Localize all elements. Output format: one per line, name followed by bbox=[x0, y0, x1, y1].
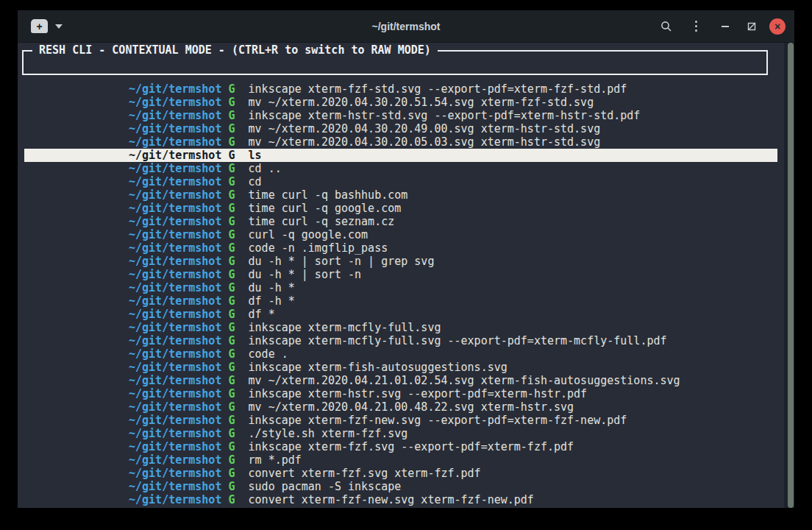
git-branch-indicator: G bbox=[221, 149, 235, 162]
cwd-path: ~/git/termshot bbox=[129, 215, 221, 228]
command-text: mv ~/xterm.2020.04.21.00.48.22.svg xterm… bbox=[235, 400, 574, 414]
resh-search-input[interactable] bbox=[25, 53, 765, 72]
cwd-path: ~/git/termshot bbox=[129, 453, 221, 467]
cwd-path: ~/git/termshot bbox=[129, 228, 221, 241]
cwd-path: ~/git/termshot bbox=[129, 427, 221, 440]
command-text: inkscape xterm-mcfly-full.svg bbox=[235, 321, 441, 334]
command-text: inkscape xterm-fzf.svg --export-pdf=xter… bbox=[235, 440, 574, 453]
history-row[interactable]: ~/git/termshot G mv ~/xterm.2020.04.30.2… bbox=[24, 122, 777, 135]
cwd-path: ~/git/termshot bbox=[129, 440, 221, 453]
git-branch-indicator: G bbox=[221, 467, 235, 480]
command-text: mv ~/xterm.2020.04.21.01.02.54.svg xterm… bbox=[235, 374, 680, 387]
git-branch-indicator: G bbox=[221, 109, 235, 122]
cwd-path: ~/git/termshot bbox=[129, 202, 221, 215]
cwd-path: ~/git/termshot bbox=[129, 493, 221, 506]
history-row[interactable]: ~/git/termshot G ./style.sh xterm-fzf.sv… bbox=[24, 427, 777, 440]
history-row[interactable]: ~/git/termshot G du -h * bbox=[24, 281, 777, 294]
history-row[interactable]: ~/git/termshot G du -h * | sort -n | gre… bbox=[24, 255, 777, 268]
history-row[interactable]: ~/git/termshot G code -n .imgflip_pass bbox=[24, 241, 777, 255]
scrollbar-thumb[interactable] bbox=[788, 43, 794, 508]
history-row[interactable]: ~/git/termshot G ls bbox=[24, 149, 777, 162]
git-branch-indicator: G bbox=[221, 281, 235, 294]
history-row[interactable]: ~/git/termshot G inkscape xterm-fzf-std.… bbox=[24, 82, 777, 96]
git-branch-indicator: G bbox=[221, 215, 235, 228]
cwd-path: ~/git/termshot bbox=[129, 281, 221, 294]
close-icon: × bbox=[774, 21, 780, 32]
command-text: time curl -q seznam.cz bbox=[235, 215, 395, 228]
command-text: ls bbox=[235, 149, 262, 162]
command-text: ./style.sh xterm-fzf.svg bbox=[235, 427, 408, 440]
git-branch-indicator: G bbox=[221, 241, 235, 255]
command-text: cd .. bbox=[235, 162, 282, 175]
command-text: inkscape xterm-fzf-std.svg --export-pdf=… bbox=[235, 82, 627, 96]
chevron-down-icon[interactable] bbox=[55, 24, 63, 29]
history-row[interactable]: ~/git/termshot G inkscape xterm-hstr-std… bbox=[24, 109, 777, 122]
git-branch-indicator: G bbox=[221, 347, 235, 361]
history-row[interactable]: ~/git/termshot G inkscape xterm-fish-aut… bbox=[24, 361, 777, 374]
scrollbar-track[interactable] bbox=[784, 43, 794, 508]
command-text: du -h * | sort -n | grep svg bbox=[235, 255, 435, 268]
git-branch-indicator: G bbox=[221, 427, 235, 440]
plus-icon: + bbox=[36, 21, 42, 32]
kebab-menu-icon bbox=[695, 21, 697, 32]
command-text: inkscape xterm-fish-autosuggestions.svg bbox=[235, 361, 508, 374]
command-text: code . bbox=[235, 347, 288, 361]
git-branch-indicator: G bbox=[221, 135, 235, 149]
command-text: du -h * | sort -n bbox=[235, 268, 362, 281]
history-row[interactable]: ~/git/termshot G convert xterm-fzf-new.s… bbox=[24, 493, 777, 506]
cwd-path: ~/git/termshot bbox=[129, 467, 221, 480]
titlebar: + ~/git/termshot bbox=[18, 10, 794, 43]
command-text: convert xterm-fzf-new.svg xterm-fzf-new.… bbox=[235, 493, 534, 506]
restore-window-icon bbox=[747, 22, 756, 31]
history-row[interactable]: ~/git/termshot G convert xterm-fzf.svg x… bbox=[24, 467, 777, 480]
cwd-path: ~/git/termshot bbox=[129, 480, 221, 493]
history-row[interactable]: ~/git/termshot G code . bbox=[24, 347, 777, 361]
history-row[interactable]: ~/git/termshot G inkscape xterm-hstr.svg… bbox=[24, 387, 777, 400]
git-branch-indicator: G bbox=[221, 493, 235, 506]
history-row[interactable]: ~/git/termshot G time curl -q bashhub.co… bbox=[24, 188, 777, 202]
history-row[interactable]: ~/git/termshot G inkscape xterm-mcfly-fu… bbox=[24, 334, 777, 347]
git-branch-indicator: G bbox=[221, 308, 235, 321]
history-row[interactable]: ~/git/termshot G rm *.pdf bbox=[24, 453, 777, 467]
cwd-path: ~/git/termshot bbox=[129, 374, 221, 387]
history-row[interactable]: ~/git/termshot G mv ~/xterm.2020.04.30.2… bbox=[24, 96, 777, 109]
command-text: time curl -q bashhub.com bbox=[235, 188, 408, 202]
history-row[interactable]: ~/git/termshot G time curl -q seznam.cz bbox=[24, 215, 777, 228]
history-row[interactable]: ~/git/termshot G mv ~/xterm.2020.04.21.0… bbox=[24, 374, 777, 387]
git-branch-indicator: G bbox=[221, 480, 235, 493]
command-text: rm *.pdf bbox=[235, 453, 302, 467]
cwd-path: ~/git/termshot bbox=[129, 400, 221, 414]
minimize-button[interactable] bbox=[716, 18, 734, 35]
history-row[interactable]: ~/git/termshot G cd .. bbox=[24, 162, 777, 175]
cwd-path: ~/git/termshot bbox=[129, 96, 221, 109]
history-row[interactable]: ~/git/termshot G inkscape xterm-fzf.svg … bbox=[24, 440, 777, 453]
git-branch-indicator: G bbox=[221, 175, 235, 188]
history-row[interactable]: ~/git/termshot G time curl -q google.com bbox=[24, 202, 777, 215]
close-button[interactable]: × bbox=[769, 18, 786, 35]
git-branch-indicator: G bbox=[221, 440, 235, 453]
history-row[interactable]: ~/git/termshot G inkscape xterm-mcfly-fu… bbox=[24, 321, 777, 334]
cwd-path: ~/git/termshot bbox=[129, 175, 221, 188]
git-branch-indicator: G bbox=[221, 122, 235, 135]
history-row[interactable]: ~/git/termshot G curl -q google.com bbox=[24, 228, 777, 241]
cwd-path: ~/git/termshot bbox=[129, 135, 221, 149]
search-button[interactable] bbox=[658, 18, 675, 35]
history-row[interactable]: ~/git/termshot G sudo pacman -S inkscape bbox=[24, 480, 777, 493]
history-row[interactable]: ~/git/termshot G inkscape xterm-fzf-new.… bbox=[24, 414, 777, 427]
command-text: inkscape xterm-mcfly-full.svg --export-p… bbox=[235, 334, 667, 347]
new-tab-button[interactable]: + bbox=[31, 19, 48, 33]
history-row[interactable]: ~/git/termshot G du -h * | sort -n bbox=[24, 268, 777, 281]
history-row[interactable]: ~/git/termshot G df * bbox=[24, 308, 777, 321]
restore-button[interactable] bbox=[743, 18, 761, 35]
cwd-path: ~/git/termshot bbox=[129, 122, 221, 135]
git-branch-indicator: G bbox=[221, 162, 235, 175]
history-row[interactable]: ~/git/termshot G df -h * bbox=[24, 294, 777, 308]
history-row[interactable]: ~/git/termshot G mv ~/xterm.2020.04.21.0… bbox=[24, 400, 777, 414]
history-row[interactable]: ~/git/termshot G mv ~/xterm.2020.04.30.2… bbox=[24, 135, 777, 149]
command-text: code -n .imgflip_pass bbox=[235, 241, 388, 255]
cwd-path: ~/git/termshot bbox=[129, 162, 221, 175]
git-branch-indicator: G bbox=[221, 82, 235, 96]
history-row[interactable]: ~/git/termshot G cd bbox=[24, 175, 777, 188]
menu-button[interactable] bbox=[687, 18, 705, 35]
command-text: du -h * bbox=[235, 281, 295, 294]
